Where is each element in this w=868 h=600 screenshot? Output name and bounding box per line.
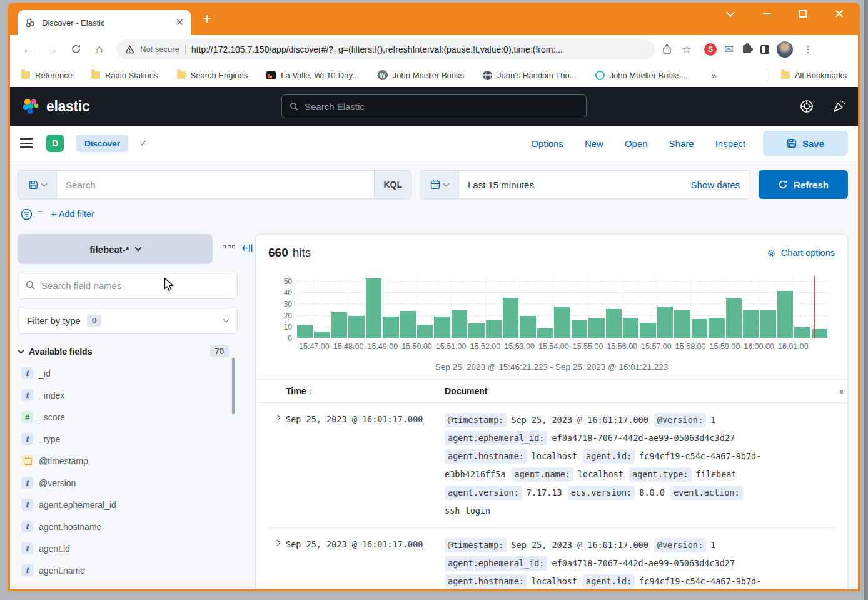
bookmark-star-icon[interactable]: ☆ xyxy=(678,43,695,56)
help-life-ring-icon[interactable] xyxy=(799,99,814,114)
field-pill[interactable]: @version: xyxy=(654,538,706,552)
query-bar[interactable]: Search KQL xyxy=(18,170,411,199)
column-time[interactable]: Time↓ xyxy=(268,386,436,396)
elastic-brand[interactable]: elastic xyxy=(21,97,209,116)
field-pill[interactable]: agent.ephemeral_id: xyxy=(445,431,547,445)
tab-close-icon[interactable]: ✕ xyxy=(176,18,184,28)
nav-link-open[interactable]: Open xyxy=(625,138,648,149)
field-item[interactable]: tagent.hostname xyxy=(18,516,238,537)
histogram-bar[interactable] xyxy=(692,319,707,338)
field-pill[interactable]: agent.ephemeral_id: xyxy=(445,556,547,571)
histogram-bar[interactable] xyxy=(331,312,347,338)
browser-menu-icon[interactable]: ⋮ xyxy=(803,43,813,55)
news-feed-icon[interactable] xyxy=(832,99,847,114)
forward-icon[interactable]: → xyxy=(41,39,63,60)
chart-options-button[interactable]: Chart options xyxy=(767,248,835,258)
new-tab-button[interactable]: + xyxy=(203,10,211,28)
extension-shield-icon[interactable]: S xyxy=(704,43,717,56)
window-menu-chevron-icon[interactable] xyxy=(725,9,735,19)
space-avatar[interactable]: D xyxy=(46,135,64,152)
search-input[interactable]: Search xyxy=(57,180,374,190)
field-pill[interactable]: ecs.version: xyxy=(568,486,635,500)
home-icon[interactable]: ⌂ xyxy=(89,39,110,60)
menu-hamburger-icon[interactable] xyxy=(20,136,33,151)
search-elastic-input[interactable]: Search Elastic xyxy=(281,94,587,118)
bookmark-item[interactable]: John Mueller Books... xyxy=(595,71,688,80)
field-pill[interactable]: agent.id: xyxy=(583,574,635,589)
field-settings-icon[interactable] xyxy=(223,245,235,248)
histogram-bar[interactable] xyxy=(417,325,433,338)
histogram-bar[interactable] xyxy=(777,291,793,338)
nav-link-inspect[interactable]: Inspect xyxy=(715,138,745,149)
field-pill[interactable]: agent.hostname: xyxy=(445,449,527,464)
histogram-bar[interactable] xyxy=(760,310,775,338)
bookmark-item[interactable]: John's Random Tho... xyxy=(483,71,577,80)
field-search-input[interactable]: Search field names xyxy=(18,272,238,299)
field-pill[interactable]: agent.hostname: xyxy=(445,574,527,589)
sort-desc-icon[interactable]: ↓ xyxy=(308,387,313,396)
histogram-bar[interactable] xyxy=(674,310,690,338)
histogram-bar[interactable] xyxy=(657,307,673,338)
histogram-bar[interactable] xyxy=(520,316,535,338)
field-pill[interactable]: event.action: xyxy=(670,486,743,500)
field-item[interactable]: t@version xyxy=(18,472,238,494)
extensions-puzzle-icon[interactable] xyxy=(743,45,751,53)
histogram-bar[interactable] xyxy=(468,323,484,338)
histogram-bar[interactable] xyxy=(726,298,742,338)
histogram-bar[interactable] xyxy=(709,318,724,338)
time-range-value[interactable]: Last 15 minutes xyxy=(459,180,534,190)
date-picker[interactable]: Last 15 minutes Show dates xyxy=(420,170,750,199)
field-item[interactable]: t_type xyxy=(18,428,238,450)
nav-link-new[interactable]: New xyxy=(585,138,603,149)
table-scrollbar[interactable] xyxy=(840,390,843,394)
histogram-bar[interactable] xyxy=(434,317,450,338)
histogram-bar[interactable] xyxy=(588,318,604,338)
filters-icon[interactable] xyxy=(21,208,33,220)
collapse-sidebar-icon[interactable] xyxy=(241,243,253,256)
histogram-bar[interactable] xyxy=(794,327,810,338)
field-item[interactable]: tagent.name xyxy=(18,559,238,581)
side-panel-icon[interactable] xyxy=(760,45,769,54)
histogram-bar[interactable] xyxy=(297,325,313,338)
histogram-bar[interactable] xyxy=(743,310,759,338)
field-item[interactable]: t_index xyxy=(18,384,238,406)
field-pill[interactable]: @timestamp: xyxy=(445,538,507,552)
field-item[interactable]: tagent.id xyxy=(18,537,238,559)
available-fields-header[interactable]: Available fields 70 xyxy=(18,345,238,357)
nav-link-share[interactable]: Share xyxy=(669,138,694,149)
window-close-button[interactable]: ✕ xyxy=(834,9,844,19)
histogram-bar[interactable] xyxy=(554,307,570,338)
field-item[interactable]: @timestamp xyxy=(18,450,238,472)
field-pill[interactable]: agent.version: xyxy=(445,486,522,500)
filter-by-type-dropdown[interactable]: Filter by type 0 xyxy=(18,307,238,334)
window-maximize-button[interactable] xyxy=(798,9,808,19)
address-bar[interactable]: Not secure http://172.105.7.150/app/disc… xyxy=(116,39,655,59)
sidebar-scrollbar[interactable] xyxy=(232,358,235,414)
histogram-bar[interactable] xyxy=(400,311,416,338)
index-pattern-selector[interactable]: filebeat-* xyxy=(18,234,213,264)
bookmark-item[interactable]: Reference xyxy=(21,71,73,80)
histogram-bar[interactable] xyxy=(486,320,502,338)
reload-icon[interactable] xyxy=(65,39,86,60)
breadcrumb-discover[interactable]: Discover xyxy=(76,135,128,152)
field-pill[interactable]: agent.type: xyxy=(629,467,691,482)
histogram-bar[interactable] xyxy=(383,317,398,338)
histogram-bar[interactable] xyxy=(537,328,553,338)
bookmarks-overflow-chevron[interactable]: » xyxy=(712,70,717,81)
bookmark-item[interactable]: Radio Stations xyxy=(91,71,158,80)
refresh-button[interactable]: Refresh xyxy=(759,170,848,199)
field-pill[interactable]: agent.name: xyxy=(512,467,573,482)
profile-avatar[interactable] xyxy=(777,41,793,58)
bookmark-item[interactable]: Search Engines xyxy=(177,71,248,80)
browser-tab[interactable]: Discover - Elastic ✕ xyxy=(18,10,191,35)
share-icon[interactable] xyxy=(658,44,675,54)
row-expand-icon[interactable] xyxy=(268,536,286,589)
row-expand-icon[interactable] xyxy=(268,411,286,520)
back-icon[interactable]: ← xyxy=(18,39,39,60)
save-button[interactable]: Save xyxy=(763,131,848,156)
date-quick-menu[interactable] xyxy=(420,171,459,198)
histogram-bar[interactable] xyxy=(503,298,518,338)
add-filter-button[interactable]: + Add filter xyxy=(51,209,94,219)
bookmark-item[interactable]: WJohn Mueller Books xyxy=(378,70,464,80)
bookmark-item[interactable]: La Valle, WI 10-Day... xyxy=(266,71,359,80)
